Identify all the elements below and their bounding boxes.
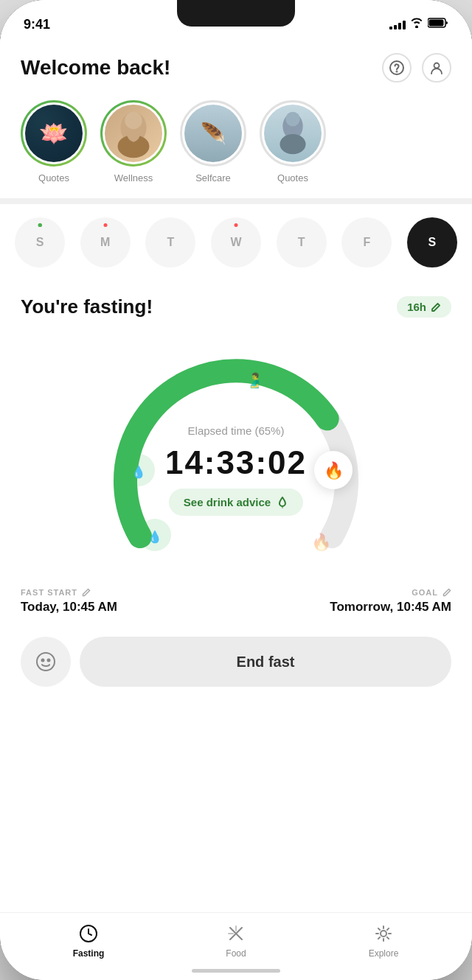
wifi-icon	[410, 18, 423, 31]
story-circle-wellness	[100, 100, 167, 167]
signal-icon	[389, 19, 406, 29]
svg-point-20	[42, 659, 44, 662]
story-label-selfcare: Selfcare	[195, 172, 231, 183]
fast-times: FAST START Today, 10:45 AM GOAL Tomorrow…	[0, 588, 472, 629]
phone-screen: 9:41 Welcome back!	[0, 0, 472, 980]
divider-1	[0, 198, 472, 204]
bottom-nav: Fasting Food Explore	[0, 912, 472, 965]
day-wednesday[interactable]: W	[211, 217, 261, 267]
story-img-selfcare: 🪶	[184, 105, 242, 162]
drink-advice-button[interactable]: See drink advice	[169, 489, 303, 516]
elapsed-label: Elapsed time (65%)	[188, 424, 285, 437]
timer-center: Elapsed time (65%) 14:33:02 See drink ad…	[165, 424, 307, 516]
fasting-nav-icon	[78, 923, 99, 944]
svg-text:🔥: 🔥	[324, 461, 344, 480]
story-label-wellness: Wellness	[114, 172, 153, 183]
day-tuesday[interactable]: T	[145, 217, 195, 267]
story-quotes1[interactable]: 🪷 Quotes	[21, 100, 87, 183]
svg-text:🫃: 🫃	[246, 371, 264, 389]
story-label-quotes1: Quotes	[38, 172, 69, 183]
story-img-quotes2	[264, 105, 322, 162]
svg-point-9	[280, 134, 305, 154]
fast-goal: GOAL Tomorrow, 10:45 AM	[330, 588, 451, 615]
home-bar	[192, 969, 280, 973]
story-img-wellness	[105, 105, 162, 162]
end-fast-button[interactable]: End fast	[80, 637, 451, 687]
fasting-badge[interactable]: 16h	[397, 296, 451, 318]
fast-start-label: FAST START	[21, 588, 117, 597]
ring-wrapper: 🔥 💧 🫃 💧 🔥	[103, 337, 369, 573]
nav-food[interactable]: Food	[162, 923, 310, 959]
svg-point-3	[397, 71, 398, 72]
mood-button[interactable]	[21, 637, 71, 687]
status-time: 9:41	[24, 17, 50, 32]
header-action-icons	[382, 53, 451, 83]
nav-fasting-label: Fasting	[73, 948, 105, 959]
nav-food-label: Food	[226, 948, 246, 959]
fast-goal-label: GOAL	[330, 588, 451, 597]
svg-point-7	[125, 112, 142, 129]
svg-point-21	[48, 659, 50, 662]
day-sunday[interactable]: S	[15, 217, 65, 267]
fast-start-value: Today, 10:45 AM	[21, 600, 117, 614]
story-circle-quotes2	[260, 100, 326, 167]
story-circle-selfcare: 🪶	[180, 100, 246, 167]
story-label-quotes2: Quotes	[277, 172, 308, 183]
page-title: Welcome back!	[21, 56, 170, 80]
story-circle-quotes1: 🪷	[21, 100, 87, 167]
nav-fasting[interactable]: Fasting	[15, 923, 162, 959]
story-selfcare[interactable]: 🪶 Selfcare	[180, 100, 246, 183]
battery-icon	[428, 18, 448, 31]
fasting-badge-label: 16h	[407, 301, 426, 313]
end-fast-row: End fast	[0, 629, 472, 704]
fast-start: FAST START Today, 10:45 AM	[21, 588, 117, 615]
svg-rect-1	[429, 20, 444, 27]
fast-goal-value: Tomorrow, 10:45 AM	[330, 600, 451, 614]
svg-point-4	[434, 63, 440, 69]
fasting-header: You're fasting! 16h	[21, 295, 451, 318]
notch	[177, 0, 295, 27]
help-button[interactable]	[382, 53, 412, 83]
drink-advice-label: See drink advice	[184, 496, 271, 508]
fasting-title: You're fasting!	[21, 295, 153, 318]
timer-display: 14:33:02	[165, 444, 307, 481]
story-img-quotes1: 🪷	[25, 105, 83, 162]
svg-point-19	[37, 653, 55, 671]
svg-text:🔥: 🔥	[311, 532, 332, 552]
day-selector: S M T W T F	[0, 204, 472, 281]
food-nav-icon	[226, 923, 246, 944]
day-saturday[interactable]: S	[407, 217, 457, 267]
nav-explore[interactable]: Explore	[310, 923, 457, 959]
day-thursday[interactable]: T	[277, 217, 327, 267]
main-scroll: Welcome back! 🪷 Quotes	[0, 38, 472, 912]
story-wellness[interactable]: Wellness	[100, 100, 167, 183]
header: Welcome back!	[0, 38, 472, 94]
home-indicator	[0, 965, 472, 980]
svg-text:💧: 💧	[148, 530, 162, 544]
day-friday[interactable]: F	[341, 217, 392, 267]
fasting-section: You're fasting! 16h	[0, 281, 472, 588]
story-quotes2[interactable]: Quotes	[260, 100, 326, 183]
svg-point-10	[285, 112, 300, 127]
phone-frame: 9:41 Welcome back!	[0, 0, 472, 980]
profile-button[interactable]	[422, 53, 451, 83]
svg-point-23	[381, 931, 386, 937]
svg-text:💧: 💧	[131, 465, 146, 479]
timer-container: 🔥 💧 🫃 💧 🔥	[21, 330, 451, 588]
explore-nav-icon	[373, 923, 394, 944]
day-monday[interactable]: M	[80, 217, 131, 267]
stories-row: 🪷 Quotes Wellness 🪶 Self	[0, 94, 472, 198]
nav-explore-label: Explore	[369, 948, 399, 959]
status-icons	[389, 18, 448, 31]
